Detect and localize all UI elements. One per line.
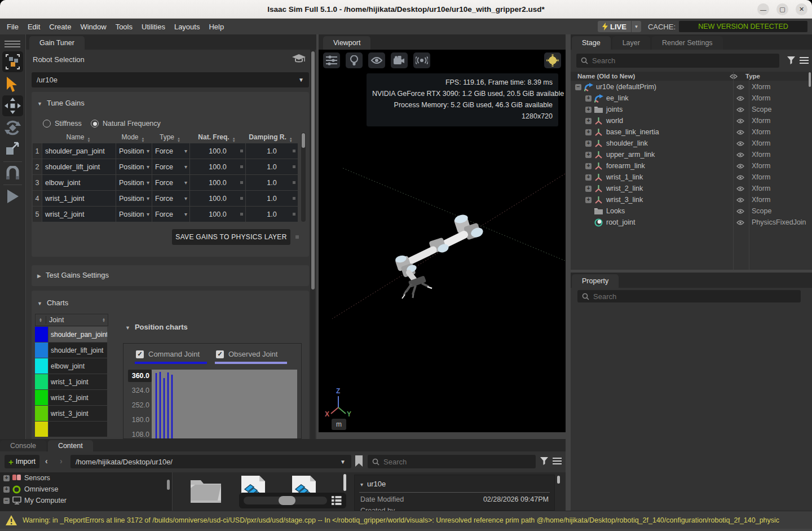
expand-icon[interactable] [585, 141, 592, 147]
name-column-header[interactable]: Name (Old to New) [571, 73, 726, 80]
save-gains-button[interactable]: SAVE GAINS TO PHYSICS LAYER [172, 229, 290, 245]
damping-field[interactable]: 1.0 [246, 207, 298, 222]
radio-natural-frequency[interactable]: Natural Frequency [91, 120, 161, 128]
type-column-header[interactable]: Type [741, 73, 760, 80]
visibility-column-icon[interactable] [726, 74, 741, 79]
stage-tree-row[interactable]: wrist_2_link Xform [571, 183, 812, 194]
visibility-eye-icon[interactable] [733, 119, 748, 124]
content-search-input[interactable]: Search [368, 455, 536, 468]
joint-row[interactable]: shoulder_pan_joint [35, 327, 108, 342]
render-settings-button[interactable] [323, 52, 340, 68]
joint-row[interactable]: wrist_1_joint [35, 374, 108, 389]
mode-dropdown[interactable]: Position [116, 207, 152, 222]
expand-icon[interactable] [585, 186, 592, 192]
stage-tree-row[interactable]: world Xform [571, 115, 812, 126]
options-icon[interactable] [800, 57, 809, 64]
menu-item[interactable]: Create [45, 23, 76, 31]
nat-freq-field[interactable]: 100.0 [190, 191, 245, 206]
charts-header[interactable]: Charts [37, 299, 68, 307]
menu-item[interactable]: Edit [23, 23, 45, 31]
stage-tree-row[interactable]: wrist_3_link Xform [571, 194, 812, 205]
info-header[interactable]: ur10e [355, 475, 554, 489]
grid-view-icon[interactable] [332, 496, 342, 505]
content-tree-row[interactable]: Omniverse [0, 484, 172, 495]
test-gains-header[interactable]: Test Gains Settings [37, 271, 109, 279]
joint-row[interactable]: wrist_2_joint [35, 390, 108, 405]
prim-select-tool-button[interactable] [2, 51, 23, 72]
menu-item[interactable]: Layouts [170, 23, 205, 31]
expand-icon[interactable] [585, 118, 592, 124]
visibility-eye-icon[interactable] [733, 175, 748, 180]
filter-icon[interactable] [540, 457, 548, 465]
content-tree-scrollbar[interactable] [167, 480, 170, 490]
visibility-eye-icon[interactable] [733, 107, 748, 112]
stage-tree-row[interactable]: wrist_1_link Xform [571, 172, 812, 183]
visibility-eye-icon[interactable] [733, 209, 748, 214]
tab-property[interactable]: Property [572, 274, 619, 288]
mode-dropdown[interactable]: Position [116, 191, 152, 206]
content-tree-row[interactable]: Sensors [0, 472, 172, 484]
menu-item[interactable]: Utilities [137, 23, 170, 31]
expand-icon[interactable] [585, 197, 592, 203]
visibility-button[interactable] [368, 52, 385, 68]
path-field[interactable]: /home/hijikata/Desktop/ur10e/ ▼ [70, 455, 351, 468]
select-tool-button[interactable] [5, 76, 19, 95]
type-dropdown[interactable]: Force [152, 143, 189, 159]
play-button[interactable] [6, 189, 20, 206]
expand-icon[interactable] [3, 498, 10, 504]
stage-tree-row[interactable]: base_link_inertia Xform [571, 126, 812, 138]
viewport[interactable]: Z X Y m [319, 50, 566, 432]
expand-icon[interactable] [585, 95, 592, 102]
mode-dropdown[interactable]: Position [116, 159, 152, 174]
table-scrollbar[interactable] [301, 133, 306, 222]
back-button[interactable]: ‹ [45, 457, 48, 466]
stage-tree-row[interactable]: joints Scope [571, 104, 812, 115]
joint-list-header[interactable]: ▲▼ Joint ▲▼ [35, 314, 108, 326]
move-tool-button[interactable] [2, 95, 23, 116]
filter-icon[interactable] [787, 56, 795, 64]
visibility-eye-icon[interactable] [733, 186, 748, 191]
size-slider[interactable] [244, 497, 327, 504]
visibility-eye-icon[interactable] [733, 85, 748, 90]
position-charts-header[interactable]: Position charts [125, 323, 188, 331]
expand-icon[interactable] [585, 174, 592, 181]
menu-item[interactable]: Window [76, 23, 111, 31]
tab-content[interactable]: Content [48, 440, 93, 451]
chart-plot-area[interactable] [152, 370, 297, 438]
visibility-eye-icon[interactable] [733, 141, 748, 146]
tune-gains-header[interactable]: Tune Gains [37, 99, 85, 107]
lighting-button[interactable] [346, 52, 363, 68]
expand-icon[interactable] [3, 486, 10, 493]
joint-row[interactable] [35, 422, 108, 437]
tab-viewport[interactable]: Viewport [323, 36, 370, 50]
unit-selector[interactable]: m [332, 419, 346, 430]
menu-item[interactable]: File [2, 23, 23, 31]
visibility-eye-icon[interactable] [733, 130, 748, 135]
stage-search-input[interactable]: Search [576, 54, 779, 68]
folder-icon[interactable] [189, 477, 222, 504]
damping-field[interactable]: 1.0 [246, 175, 298, 190]
visibility-eye-icon[interactable] [733, 96, 748, 101]
nat-freq-field[interactable]: 100.0 [190, 175, 245, 190]
nat-freq-field[interactable]: 100.0 [190, 159, 245, 174]
content-tree-row[interactable]: My Computer [0, 495, 172, 506]
gain-panel-scrollbar[interactable] [310, 50, 315, 439]
type-dropdown[interactable]: Force [152, 159, 189, 174]
radio-stiffness[interactable]: Stiffness [43, 120, 82, 128]
tab-render-settings[interactable]: Render Settings [652, 36, 723, 50]
stage-tree-row[interactable]: root_joint PhysicsFixedJoin [571, 217, 812, 228]
info-scrollbar[interactable] [557, 476, 560, 484]
rotate-tool-button[interactable] [4, 119, 21, 139]
menu-item[interactable]: Tools [111, 23, 137, 31]
slider-thumb[interactable] [279, 496, 295, 505]
tab-stage[interactable]: Stage [572, 36, 611, 50]
visibility-eye-icon[interactable] [733, 152, 748, 157]
command-joint-checkbox[interactable]: Command Joint [136, 350, 200, 358]
expand-icon[interactable] [575, 84, 581, 90]
damping-field[interactable]: 1.0 [246, 159, 298, 174]
joint-row[interactable]: shoulder_lift_joint [35, 343, 108, 358]
sensor-button[interactable] [413, 52, 430, 68]
import-button[interactable]: + Import [5, 455, 39, 468]
status-bar[interactable]: Warning: in _ReportErrors at line 3172 o… [0, 511, 812, 529]
mode-dropdown[interactable]: Position [116, 143, 152, 159]
